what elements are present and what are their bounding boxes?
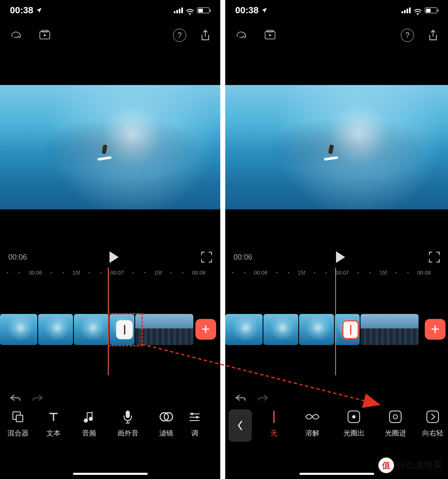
svg-rect-2 xyxy=(41,30,48,32)
timeline[interactable]: + xyxy=(225,277,448,389)
location-icon xyxy=(261,7,268,14)
tool-mixer[interactable]: 混合器 xyxy=(0,409,36,438)
svg-rect-14 xyxy=(267,30,273,32)
battery-icon xyxy=(197,7,209,13)
help-icon[interactable]: ? xyxy=(173,29,186,42)
svg-point-5 xyxy=(84,418,88,423)
play-button[interactable] xyxy=(336,251,345,263)
video-preview[interactable] xyxy=(225,85,448,209)
watermark-badge: 值 xyxy=(378,457,394,473)
preview-icon[interactable] xyxy=(263,28,278,43)
svg-rect-19 xyxy=(427,411,438,423)
playhead[interactable] xyxy=(335,267,336,375)
home-indicator[interactable] xyxy=(299,473,374,475)
timecode: 00:06 xyxy=(8,253,27,262)
clip-thumbnail[interactable] xyxy=(135,314,193,345)
clip-thumbnail[interactable] xyxy=(225,314,263,345)
tool-filter[interactable]: 滤镜 xyxy=(149,409,184,438)
cellular-icon xyxy=(174,7,183,13)
undo-icon[interactable] xyxy=(234,394,247,402)
watermark: 值 什么值得买 xyxy=(378,457,442,473)
clip-thumbnail[interactable] xyxy=(299,314,334,345)
app-top-bar: ? xyxy=(225,21,448,50)
share-icon[interactable] xyxy=(200,29,211,41)
screenshot-right: 00:38 ? 00:06 •• 00:06 •• 15f xyxy=(223,0,448,479)
timecode: 00:06 xyxy=(234,253,252,262)
playhead[interactable] xyxy=(108,267,109,375)
logo-icon[interactable] xyxy=(9,28,24,43)
share-icon[interactable] xyxy=(427,29,439,41)
undo-icon[interactable] xyxy=(9,394,22,402)
wifi-icon xyxy=(185,7,195,14)
screenshot-left: 00:38 ? 00:06 •• 00:06 •• 15f xyxy=(0,0,223,479)
tool-text[interactable]: 文本 xyxy=(36,409,71,438)
add-clip-button[interactable]: + xyxy=(425,319,446,340)
timeline-ruler[interactable]: •• 00:06 •• 15f •• 00:07 •• 15f •• 00:08 xyxy=(0,267,220,277)
svg-rect-7 xyxy=(126,411,130,418)
tool-adjust[interactable]: 调 xyxy=(184,409,205,438)
clip-thumbnail[interactable] xyxy=(38,314,73,345)
app-top-bar: ? xyxy=(0,21,220,50)
transition-toolbar: 无 溶解 光圈出 光圈进 向右轻 xyxy=(225,406,448,454)
preview-icon[interactable] xyxy=(37,28,52,43)
svg-point-6 xyxy=(89,417,93,421)
history-row xyxy=(225,389,448,406)
fullscreen-button[interactable] xyxy=(429,252,440,263)
playback-row: 00:06 xyxy=(225,247,448,267)
transition-wipe-right[interactable]: 向右轻 xyxy=(416,409,448,438)
tool-voiceover[interactable]: 画外音 xyxy=(107,409,149,438)
playback-row: 00:06 xyxy=(0,247,220,267)
status-time: 00:38 xyxy=(235,5,258,16)
history-row xyxy=(0,389,220,406)
status-bar: 00:38 xyxy=(225,0,448,21)
timeline[interactable]: + xyxy=(0,277,220,389)
home-indicator[interactable] xyxy=(73,473,148,475)
transition-dissolve[interactable]: 溶解 xyxy=(292,409,333,438)
clip-thumbnail[interactable] xyxy=(0,314,37,345)
wifi-icon xyxy=(413,7,422,14)
status-time: 00:38 xyxy=(10,5,33,16)
svg-rect-17 xyxy=(390,411,401,423)
transition-button[interactable] xyxy=(116,320,133,339)
clip-thumbnail[interactable] xyxy=(263,314,298,345)
redo-icon[interactable] xyxy=(257,394,269,402)
fullscreen-button[interactable] xyxy=(201,252,212,263)
svg-point-10 xyxy=(191,413,193,415)
transition-iris-out[interactable]: 光圈出 xyxy=(333,409,375,438)
clip-thumbnail[interactable] xyxy=(74,314,109,345)
svg-point-18 xyxy=(393,415,397,419)
watermark-text: 什么值得买 xyxy=(397,459,442,472)
timeline-ruler[interactable]: •• 00:06 •• 15f •• 00:07 •• 15f •• 00:08 xyxy=(225,267,448,277)
svg-point-11 xyxy=(196,416,198,418)
svg-point-16 xyxy=(352,415,355,418)
cellular-icon xyxy=(402,7,411,13)
tool-audio[interactable]: 音频 xyxy=(71,409,107,438)
logo-icon[interactable] xyxy=(234,28,249,43)
status-bar: 00:38 xyxy=(0,0,220,21)
svg-point-0 xyxy=(190,14,191,15)
bottom-toolbar: 混合器 文本 音频 画外音 滤镜 调 xyxy=(0,406,220,454)
location-icon xyxy=(36,7,42,14)
redo-icon[interactable] xyxy=(32,394,44,402)
svg-point-12 xyxy=(417,14,419,15)
add-clip-button[interactable]: + xyxy=(195,319,216,340)
battery-icon xyxy=(425,7,437,13)
back-button[interactable] xyxy=(229,409,252,442)
video-preview[interactable] xyxy=(0,85,220,209)
transition-none[interactable]: 无 xyxy=(256,409,292,438)
transition-button-active[interactable] xyxy=(342,320,359,339)
play-button[interactable] xyxy=(110,251,119,263)
svg-rect-4 xyxy=(16,415,23,422)
clip-thumbnail[interactable] xyxy=(360,314,419,345)
help-icon[interactable]: ? xyxy=(401,29,414,42)
transition-iris-in[interactable]: 光圈进 xyxy=(375,409,416,438)
